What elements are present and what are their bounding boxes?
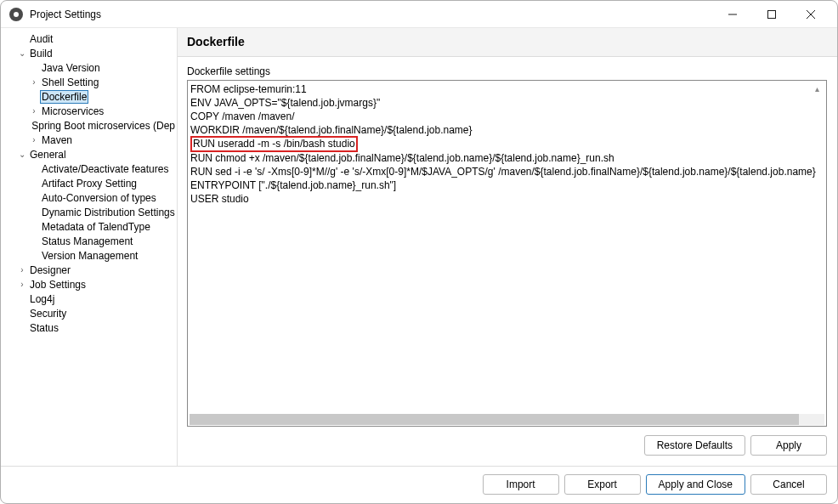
chevron-right-icon[interactable]: › <box>28 77 40 87</box>
tree-item[interactable]: Security <box>4 306 177 320</box>
tree-item-label: Job Settings <box>28 279 88 291</box>
highlighted-line: RUN useradd -m -s /bin/bash studio <box>190 136 358 152</box>
tree-item-label: General <box>28 149 68 161</box>
editor-line: RUN chmod +x /maven/${talend.job.finalNa… <box>190 152 614 164</box>
chevron-right-icon[interactable]: › <box>28 106 40 116</box>
editor-line: USER studio <box>190 193 249 205</box>
chevron-down-icon[interactable]: ⌄ <box>16 48 28 58</box>
page-title: Dockerfile <box>187 35 827 48</box>
tree-item-label: Shell Setting <box>40 76 100 88</box>
tree-item[interactable]: Status <box>4 320 177 335</box>
chevron-right-icon[interactable]: › <box>16 280 28 289</box>
tree-item-label: Status Management <box>40 235 134 247</box>
settings-tree[interactable]: Audit⌄BuildJava Version›Shell SettingDoc… <box>4 31 177 335</box>
tree-item[interactable]: Spring Boot microservices (Dep <box>4 118 177 133</box>
apply-button[interactable]: Apply <box>750 435 827 456</box>
tree-item[interactable]: Artifact Proxy Setting <box>4 176 177 190</box>
tree-item-label: Security <box>28 308 68 320</box>
tree-item-label: Version Management <box>40 250 139 262</box>
content-body: Dockerfile settings FROM eclipse-temurin… <box>178 57 837 466</box>
tree-item[interactable]: Log4j <box>4 292 177 306</box>
tree-item-label: Auto-Conversion of types <box>40 192 158 204</box>
svg-rect-1 <box>768 10 776 18</box>
content-pane: Dockerfile Dockerfile settings FROM ecli… <box>178 28 837 466</box>
tree-item[interactable]: Auto-Conversion of types <box>4 190 177 205</box>
panel-button-row: Restore Defaults Apply <box>187 427 827 456</box>
settings-label: Dockerfile settings <box>187 65 827 77</box>
app-icon <box>9 8 23 21</box>
tree-item[interactable]: ›Job Settings <box>4 277 177 292</box>
tree-item-label: Artifact Proxy Setting <box>40 178 139 190</box>
titlebar: Project Settings <box>1 1 837 28</box>
content-header: Dockerfile <box>178 28 837 57</box>
tree-item[interactable]: ⌄Build <box>4 46 177 60</box>
minimize-button[interactable] <box>713 2 752 27</box>
tree-item[interactable]: ›Shell Setting <box>4 75 177 89</box>
tree-item-label: Audit <box>28 33 54 45</box>
chevron-right-icon[interactable]: › <box>28 135 40 144</box>
editor-line: FROM eclipse-temurin:11 <box>190 83 307 95</box>
window-controls <box>713 2 830 27</box>
restore-defaults-button[interactable]: Restore Defaults <box>644 435 745 456</box>
maximize-button[interactable] <box>752 2 791 27</box>
tree-item[interactable]: Metadata of TalendType <box>4 219 177 234</box>
window-title: Project Settings <box>30 8 713 20</box>
tree-item-label: Dynamic Distribution Settings <box>40 207 177 218</box>
tree-item[interactable]: Version Management <box>4 248 177 263</box>
editor-content[interactable]: FROM eclipse-temurin:11 ENV JAVA_OPTS="$… <box>188 81 826 207</box>
tree-item[interactable]: ›Maven <box>4 133 177 147</box>
main-area: Audit⌄BuildJava Version›Shell SettingDoc… <box>1 28 837 466</box>
editor-line: ENTRYPOINT ["./${talend.job.name}_run.sh… <box>190 179 396 191</box>
horizontal-scroll-thumb[interactable] <box>190 414 799 425</box>
tree-item[interactable]: Dockerfile <box>4 89 177 104</box>
apply-and-close-button[interactable]: Apply and Close <box>646 474 745 495</box>
tree-item[interactable]: Java Version <box>4 60 177 75</box>
tree-item[interactable]: Audit <box>4 31 177 46</box>
tree-item-label: Spring Boot microservices (Dep <box>30 120 177 132</box>
dialog-footer: Import Export Apply and Close Cancel <box>1 466 837 503</box>
tree-item-label: Status <box>28 322 60 334</box>
editor-line: RUN sed -i -e 's/ -Xms[0-9]*M//g' -e 's/… <box>190 166 816 178</box>
tree-item-label: Maven <box>40 134 74 146</box>
tree-item-label: Java Version <box>40 62 102 74</box>
editor-line: COPY /maven /maven/ <box>190 110 295 122</box>
tree-item-label: Log4j <box>28 293 56 305</box>
tree-item[interactable]: ›Designer <box>4 263 177 277</box>
close-button[interactable] <box>791 2 830 27</box>
tree-item-label: Microservices <box>40 105 105 117</box>
editor-line: ENV JAVA_OPTS="${talend.job.jvmargs}" <box>190 97 380 109</box>
editor-line: WORKDIR /maven/${talend.job.finalName}/$… <box>190 124 473 136</box>
cancel-button[interactable]: Cancel <box>750 474 827 495</box>
tree-item[interactable]: ›Microservices <box>4 104 177 118</box>
export-button[interactable]: Export <box>564 474 641 495</box>
tree-item-label: Build <box>28 48 54 59</box>
tree-item-label: Metadata of TalendType <box>40 221 152 233</box>
horizontal-scrollbar[interactable] <box>190 414 824 425</box>
dockerfile-editor[interactable]: FROM eclipse-temurin:11 ENV JAVA_OPTS="$… <box>187 80 827 427</box>
tree-item[interactable]: Status Management <box>4 234 177 248</box>
vertical-scroll-up-icon[interactable] <box>815 82 825 92</box>
tree-item[interactable]: ⌄General <box>4 147 177 161</box>
tree-item-label: Activate/Deactivate features <box>40 163 170 175</box>
tree-item-label: Dockerfile <box>40 90 88 104</box>
tree-item[interactable]: Dynamic Distribution Settings <box>4 205 177 219</box>
chevron-right-icon[interactable]: › <box>16 265 28 275</box>
chevron-down-icon[interactable]: ⌄ <box>16 150 28 159</box>
tree-item[interactable]: Activate/Deactivate features <box>4 161 177 176</box>
import-button[interactable]: Import <box>483 474 559 495</box>
tree-item-label: Designer <box>28 264 72 276</box>
sidebar: Audit⌄BuildJava Version›Shell SettingDoc… <box>1 28 178 466</box>
